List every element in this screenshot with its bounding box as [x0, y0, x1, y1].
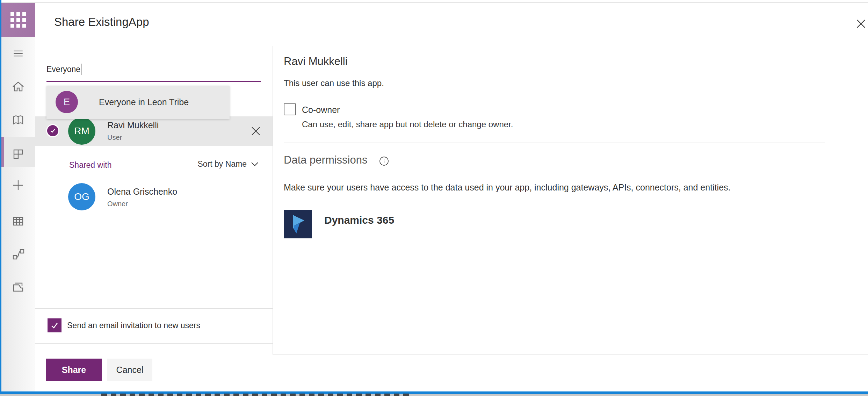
- search-underline: [46, 81, 261, 82]
- info-button[interactable]: [379, 156, 389, 166]
- shared-with-label: Shared with: [69, 160, 111, 170]
- cancel-button[interactable]: Cancel: [107, 359, 152, 381]
- sidebar-item-menu[interactable]: [10, 45, 27, 62]
- waffle-icon: [10, 12, 26, 28]
- close-icon: [856, 19, 866, 29]
- pages-icon: [10, 279, 26, 294]
- sidebar-item-home[interactable]: [10, 78, 27, 95]
- avatar: RM: [68, 117, 95, 145]
- share-dialog: Share ExistingApp E Everyone in Leon Tri…: [0, 0, 868, 396]
- data-permissions-description: Make sure your users have access to the …: [284, 182, 731, 193]
- user-role: User: [107, 134, 122, 142]
- text-cursor: [81, 64, 81, 75]
- plus-icon: [10, 178, 26, 193]
- hamburger-icon: [11, 46, 25, 60]
- sidebar-item-apps[interactable]: [10, 146, 27, 163]
- detail-user-name: Ravi Mukkelli: [284, 55, 348, 68]
- suggestion-label: Everyone in Leon Tribe: [99, 86, 189, 119]
- close-button[interactable]: [855, 17, 867, 30]
- table-icon: [10, 214, 26, 229]
- sidebar-item-tables[interactable]: [10, 213, 27, 230]
- sidebar-item-flows[interactable]: [10, 246, 27, 262]
- home-icon: [10, 79, 26, 94]
- data-permissions-divider: [284, 143, 825, 143]
- owner-row[interactable]: OG Olena Grischenko Owner: [35, 182, 273, 212]
- data-permissions-title: Data permissions: [284, 154, 367, 166]
- apps-icon: [10, 146, 26, 162]
- sidebar-item-learn[interactable]: [10, 112, 27, 129]
- connector-name: Dynamics 365: [324, 214, 394, 226]
- header-divider: [35, 46, 868, 46]
- detail-subtitle: This user can use this app.: [284, 78, 384, 88]
- window-top-border: [1, 2, 868, 3]
- dynamics-365-icon: [289, 215, 307, 234]
- sidebar-selected-accent: [1, 137, 4, 167]
- coowner-description: Can use, edit, share app but not delete …: [302, 120, 513, 129]
- selected-user-row[interactable]: RM Ravi Mukkelli User: [35, 116, 273, 146]
- user-name: Ravi Mukkelli: [107, 120, 159, 130]
- chevron-down-icon: [251, 162, 259, 167]
- share-button[interactable]: Share: [46, 359, 102, 381]
- info-icon: [379, 156, 389, 166]
- coowner-checkbox[interactable]: [284, 103, 296, 115]
- book-icon: [10, 113, 26, 128]
- section-divider: [35, 308, 273, 309]
- clipped-background-text: [101, 394, 412, 396]
- email-invite-label: Send an email invitation to new users: [67, 321, 200, 330]
- remove-user-button[interactable]: [250, 125, 261, 137]
- close-icon: [251, 126, 261, 136]
- avatar: OG: [68, 183, 95, 210]
- email-invite-checkbox[interactable]: [48, 318, 62, 332]
- section-divider: [35, 343, 273, 344]
- dynamics-365-tile: [284, 210, 312, 238]
- suggestion-dropdown-item[interactable]: E Everyone in Leon Tribe: [46, 86, 230, 119]
- coowner-label: Co-owner: [302, 105, 340, 115]
- selected-check-badge: [46, 124, 59, 137]
- check-icon: [50, 128, 56, 134]
- avatar: E: [56, 91, 78, 113]
- check-icon: [50, 321, 59, 330]
- dialog-title: Share ExistingApp: [54, 15, 149, 29]
- user-role: Owner: [107, 200, 128, 208]
- sidebar-item-create[interactable]: [10, 177, 27, 194]
- sort-label: Sort by Name: [197, 159, 247, 169]
- panel-divider: [273, 46, 273, 354]
- sidebar: [1, 3, 35, 392]
- app-launcher-button[interactable]: [1, 3, 35, 37]
- right-panel-bottom-border: [273, 354, 868, 355]
- sort-dropdown[interactable]: Sort by Name: [189, 159, 259, 169]
- sidebar-item-solutions[interactable]: [10, 278, 27, 295]
- search-input[interactable]: [46, 63, 256, 75]
- connection-icon: [10, 246, 26, 262]
- user-name: Olena Grischenko: [107, 187, 177, 197]
